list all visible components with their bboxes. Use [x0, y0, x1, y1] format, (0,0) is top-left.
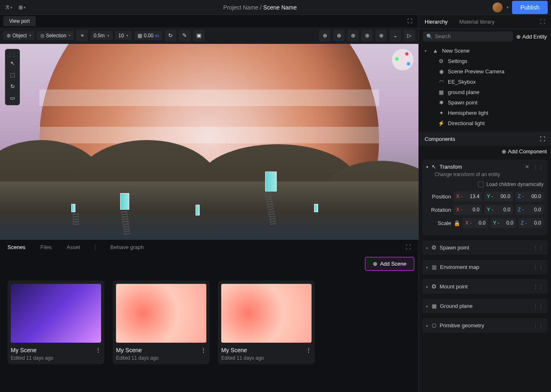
apps-menu[interactable]: ⊞▾ — [17, 2, 27, 13]
tree-item[interactable]: ⚡Directional light — [428, 118, 548, 128]
object-mode-dropdown[interactable]: ⊕ Object ▾ — [3, 31, 34, 40]
tree-item[interactable]: ✱Spawn point — [428, 97, 548, 108]
tab-scenes[interactable]: Scenes — [7, 241, 25, 254]
tree-item[interactable]: ◠EE_Skybox — [428, 77, 548, 87]
add-entity-button[interactable]: ⊕ Add Entity — [516, 34, 547, 40]
plane-icon: ▦ — [438, 89, 445, 95]
spawn-point-component[interactable]: ▸❂Spawn point⋮⋮ — [422, 240, 548, 255]
snap-icon[interactable]: ⌖ — [76, 30, 88, 41]
breadcrumb-project[interactable]: Project Name — [223, 4, 259, 11]
position-y-field[interactable]: Y -00.0 — [484, 191, 512, 201]
edit-icon[interactable]: ✎ — [179, 30, 191, 41]
more-icon[interactable]: ⋮ — [201, 347, 206, 353]
fullscreen-icon[interactable]: ⛶ — [540, 136, 545, 142]
tree-item[interactable]: ✦Hemisphere light — [428, 108, 548, 118]
drag-handle-icon[interactable]: ⋮⋮ — [533, 303, 544, 309]
ground-plane-component[interactable]: ▸▦Ground plane⋮⋮ — [422, 299, 548, 313]
cursor-icon: ↖ — [432, 164, 436, 170]
chevron-down-icon[interactable]: ▾ — [426, 165, 428, 169]
viewport-canvas[interactable]: ⋮⋮ ↖ ⬚ ↻ ▭ — [0, 44, 418, 240]
mount-point-component[interactable]: ▸✪Mount point⋮⋮ — [422, 279, 548, 294]
cursor-icon[interactable]: ↖ — [7, 58, 18, 68]
scale-y-field[interactable]: Y -0.0 — [491, 218, 516, 228]
gear-icon: ⚙ — [438, 58, 445, 64]
fullscreen-icon[interactable]: ⛶ — [404, 16, 415, 27]
sync-icon[interactable]: ↻ — [7, 81, 18, 92]
publish-button[interactable]: Publish — [512, 1, 548, 14]
scale-z-field[interactable]: Z -0.0 — [518, 218, 544, 228]
environment-map-component[interactable]: ▸▥Enviroment map⋮⋮ — [422, 260, 548, 274]
globe-icon-1[interactable]: ⊕ — [319, 30, 331, 41]
logo-menu[interactable]: ℛ▾ — [3, 2, 14, 13]
drag-handle-icon[interactable]: ⋮⋮ — [533, 283, 544, 290]
grid-value-field[interactable]: ▦ 0.00 m — [134, 31, 162, 40]
viewport-toolbar: ⊕ Object ▾ ◎ Selection ▾ ⌖ 0.5m▾ 10▾ ▦ 0… — [0, 27, 418, 44]
tab-files[interactable]: Files — [40, 241, 51, 254]
avatar[interactable] — [493, 2, 503, 12]
play-icon[interactable]: ▷ — [404, 30, 415, 41]
position-z-field[interactable]: Z -00.0 — [515, 191, 544, 201]
globe-icon-3[interactable]: ⊕ — [347, 30, 359, 41]
scene-card[interactable]: My Scene⋮ Edited 11 days ago — [218, 281, 315, 364]
transform-component: ▾ ↖ Transfom ✕ ⋮⋮ Change transform of an… — [422, 160, 548, 235]
drag-handle-icon[interactable]: ⋮⋮ — [533, 264, 544, 270]
lock-icon[interactable]: 🔒 — [454, 220, 460, 226]
tree-item[interactable]: ◉Scene Preview Camera — [428, 66, 548, 77]
scene-card[interactable]: My Scene⋮ Edited 11 days ago — [113, 281, 210, 364]
primitive-geometry-component[interactable]: ▸⬡Primitive geometry⋮⋮ — [422, 318, 548, 333]
search-placeholder: Search — [435, 34, 451, 39]
position-x-field[interactable]: X -13.4 — [454, 191, 482, 201]
spawn-icon: ✱ — [438, 99, 445, 106]
more-icon[interactable]: ⋮ — [306, 347, 312, 353]
transform-icon[interactable]: ⬚ — [7, 69, 18, 80]
tree-root[interactable]: ▾▲New Scene — [422, 46, 548, 56]
tree-item[interactable]: ⚙Settings — [428, 56, 548, 66]
tab-behave-graph[interactable]: Behave graph — [110, 241, 144, 254]
scale-x-field[interactable]: X -0.0 — [463, 218, 488, 228]
drag-handle-icon[interactable]: ⋮⋮ — [7, 51, 18, 57]
tab-material-library[interactable]: Material library — [459, 19, 495, 25]
rotation-x-field[interactable]: X -0.0 — [454, 205, 482, 215]
rotation-y-field[interactable]: Y -0.0 — [484, 205, 512, 215]
fullscreen-icon[interactable]: ⛶ — [540, 19, 545, 25]
drag-handle-icon[interactable]: ⋮⋮ — [533, 244, 544, 251]
globe-icon-5[interactable]: ⊕ — [375, 30, 387, 41]
add-scene-button[interactable]: ⊕ Add Scene — [365, 257, 414, 271]
tab-asset[interactable]: Asset — [67, 241, 80, 254]
viewport-tabs: View port ⛶ — [0, 15, 418, 27]
grid-icon: ⊞ — [19, 5, 23, 10]
close-icon[interactable]: ✕ — [525, 164, 529, 170]
chevron-down-icon[interactable]: ▾ — [507, 5, 509, 10]
snap-angle-field[interactable]: 10▾ — [115, 31, 132, 40]
viewport-tab[interactable]: View port — [3, 16, 36, 26]
scale-icon[interactable]: ▭ — [7, 92, 18, 103]
bottom-panel-tabs: Scenes Files Asset Behave graph ⛶ — [0, 240, 418, 254]
navigation-gizmo[interactable] — [392, 49, 413, 70]
skybox-icon: ◠ — [438, 79, 445, 85]
chevron-down-icon[interactable]: ⌄ — [389, 30, 401, 41]
tab-hierarchy[interactable]: Hierarchy — [425, 19, 448, 25]
right-panel-tabs: Hierarchy Material library ⛶ — [419, 15, 551, 29]
fullscreen-icon[interactable]: ⛶ — [406, 244, 411, 250]
snap-distance-field[interactable]: 0.5m▾ — [90, 31, 113, 40]
hierarchy-search-input[interactable]: 🔍 Search — [423, 31, 513, 41]
drag-handle-icon[interactable]: ⋮⋮ — [533, 322, 544, 329]
plus-circle-icon: ⊕ — [516, 34, 521, 40]
load-children-checkbox[interactable]: Load children dynamically — [426, 181, 544, 187]
scene-card[interactable]: My Scene⋮ Edited 11 days ago — [7, 281, 104, 364]
globe-icon-4[interactable]: ⊕ — [361, 30, 373, 41]
rotation-z-field[interactable]: Z -0.0 — [515, 205, 544, 215]
selection-mode-dropdown[interactable]: ◎ Selection ▾ — [37, 31, 74, 40]
tree-item[interactable]: ▦ground plane — [428, 87, 548, 97]
scene-thumbnail — [221, 284, 312, 343]
object-mode-label: Object — [12, 33, 27, 39]
breadcrumb-scene[interactable]: Scene Name — [263, 4, 297, 11]
add-component-button[interactable]: ⊕ Add Component — [502, 148, 547, 155]
refresh-icon[interactable]: ↻ — [165, 30, 176, 41]
camera-icon: ◉ — [438, 68, 445, 75]
globe-icon-2[interactable]: ⊕ — [333, 30, 345, 41]
drag-handle-icon[interactable]: ⋮⋮ — [533, 164, 544, 170]
bounds-icon[interactable]: ▣ — [193, 30, 205, 41]
right-panel: Hierarchy Material library ⛶ 🔍 Search ⊕ … — [418, 15, 551, 392]
more-icon[interactable]: ⋮ — [95, 347, 101, 353]
